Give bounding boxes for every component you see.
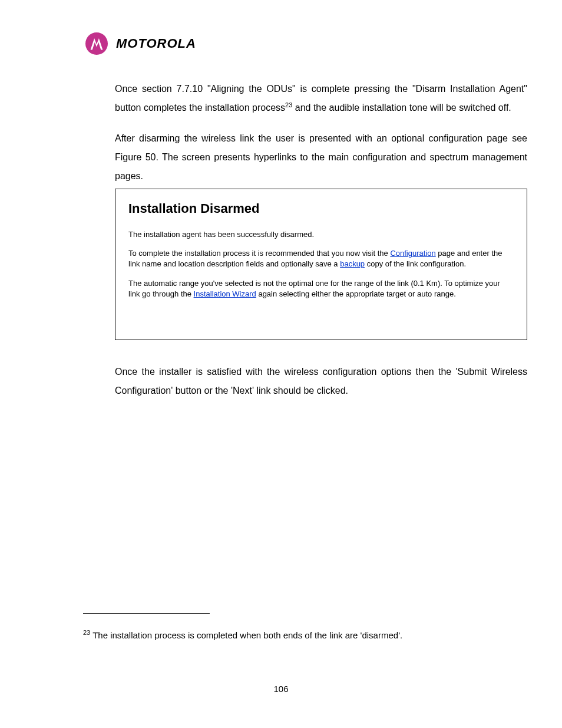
footnote-ref-23: 23: [285, 101, 292, 108]
figure-paragraph-3: The automatic range you've selected is n…: [128, 278, 514, 299]
figure-paragraph-2: To complete the installation process it …: [128, 248, 514, 269]
figure-p3-b: again selecting either the appropriate t…: [256, 289, 456, 298]
figure-paragraph-1: The installation agent has been successf…: [128, 229, 514, 240]
after-figure-content: Once the installer is satisfied with the…: [115, 363, 527, 400]
backup-link[interactable]: backup: [340, 259, 365, 268]
footnote-text: The installation process is completed wh…: [90, 630, 402, 640]
motorola-batwing-icon: [85, 32, 108, 55]
figure-title: Installation Disarmed: [128, 201, 514, 216]
figure-p2-a: To complete the installation process it …: [128, 249, 390, 258]
configuration-link[interactable]: Configuration: [390, 249, 435, 258]
paragraph-1-text-b: and the audible installation tone will b…: [292, 103, 511, 113]
paragraph-after-figure: Once the installer is satisfied with the…: [115, 363, 527, 400]
installation-wizard-link[interactable]: Installation Wizard: [194, 289, 256, 298]
page-number: 106: [0, 684, 562, 694]
footnote-separator: [83, 613, 210, 614]
figure-installation-disarmed: Installation Disarmed The installation a…: [115, 189, 527, 340]
body-content: Once section 7.7.10 "Aligning the ODUs" …: [115, 80, 527, 197]
footnote-23: 23 The installation process is completed…: [83, 628, 522, 643]
footnote-number: 23: [83, 629, 90, 636]
figure-p2-c: copy of the link configuration.: [365, 259, 466, 268]
brand-header: MOTOROLA: [85, 32, 196, 55]
paragraph-1: Once section 7.7.10 "Aligning the ODUs" …: [115, 80, 527, 117]
paragraph-2: After disarming the wireless link the us…: [115, 129, 527, 186]
brand-wordmark: MOTOROLA: [116, 36, 196, 51]
